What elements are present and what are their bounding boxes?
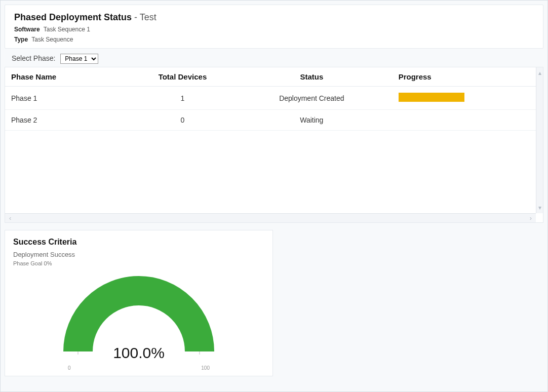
scroll-up-icon[interactable]: ▴	[538, 69, 541, 76]
type-value: Task Sequence	[31, 36, 73, 43]
phases-table-panel: Phase Name Total Devices Status Progress…	[5, 67, 543, 223]
cell-name: Phase 2	[5, 110, 134, 131]
page-title: Phased Deployment Status - Test	[14, 12, 534, 23]
vertical-scrollbar[interactable]: ▴ ▾	[536, 67, 543, 213]
table-row[interactable]: Phase 1 1 Deployment Created	[5, 87, 543, 110]
horizontal-scrollbar[interactable]: ‹ ›	[5, 213, 536, 222]
software-line: Software Task Sequence 1	[14, 26, 534, 33]
success-subtitle: Deployment Success	[13, 251, 264, 258]
phase-select[interactable]: Phase 1 Phase 2	[60, 54, 98, 64]
cell-progress	[393, 110, 543, 131]
phases-table-scroll: Phase Name Total Devices Status Progress…	[5, 67, 543, 204]
title-main: Phased Deployment Status	[14, 12, 132, 22]
col-header-progress: Progress	[393, 67, 543, 87]
software-label: Software	[14, 26, 40, 33]
gauge-tick-min: 0	[68, 365, 71, 371]
gauge-tick-max: 100	[201, 365, 210, 371]
cell-progress	[393, 87, 543, 110]
title-suffix: - Test	[132, 12, 156, 22]
cell-status: Waiting	[231, 110, 393, 131]
software-value: Task Sequence 1	[44, 26, 90, 33]
type-line: Type Task Sequence	[14, 36, 534, 43]
gauge-percent-label: 100.0%	[58, 344, 220, 362]
type-label: Type	[14, 36, 28, 43]
success-criteria-card: Success Criteria Deployment Success Phas…	[5, 230, 273, 376]
col-header-devices: Total Devices	[134, 67, 231, 87]
gauge-ticks: 0 100	[58, 365, 220, 371]
scroll-left-icon[interactable]: ‹	[9, 214, 11, 222]
success-goal: Phase Goal 0%	[13, 260, 264, 266]
cell-devices: 0	[134, 110, 231, 131]
phases-table: Phase Name Total Devices Status Progress…	[5, 67, 543, 131]
phase-selector-row: Select Phase: Phase 1 Phase 2	[5, 49, 543, 67]
phases-header-row: Phase Name Total Devices Status Progress	[5, 67, 543, 87]
cell-name: Phase 1	[5, 87, 134, 110]
deployment-status-window: Phased Deployment Status - Test Software…	[0, 0, 548, 392]
gauge-chart: 100.0% 0 100	[58, 270, 220, 372]
success-title: Success Criteria	[13, 238, 264, 247]
phase-selector-label: Select Phase:	[12, 54, 55, 62]
cell-status: Deployment Created	[231, 87, 393, 110]
progress-bar	[399, 93, 464, 102]
gauge-arc	[78, 291, 200, 351]
col-header-name: Phase Name	[5, 67, 134, 87]
header-card: Phased Deployment Status - Test Software…	[5, 5, 543, 49]
cell-devices: 1	[134, 87, 231, 110]
gauge-svg	[63, 270, 215, 357]
col-header-status: Status	[231, 67, 393, 87]
scroll-down-icon[interactable]: ▾	[538, 204, 541, 211]
table-row[interactable]: Phase 2 0 Waiting	[5, 110, 543, 131]
scroll-right-icon[interactable]: ›	[530, 214, 532, 222]
